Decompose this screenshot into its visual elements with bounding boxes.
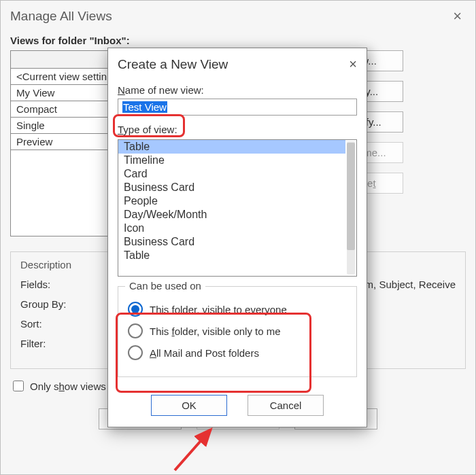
- groupby-label: Group By:: [20, 298, 82, 310]
- close-icon[interactable]: ×: [449, 7, 466, 25]
- type-item-icon[interactable]: Icon: [118, 222, 345, 235]
- radio-icon[interactable]: [128, 323, 143, 338]
- group-legend: Can be used on: [125, 280, 205, 292]
- create-view-titlebar: Create a New View ×: [108, 48, 367, 76]
- fields-label: Fields:: [20, 279, 82, 290]
- ok-button[interactable]: OK: [151, 395, 227, 416]
- type-item-timeline[interactable]: Timeline: [118, 154, 345, 167]
- scroll-thumb[interactable]: [347, 143, 355, 250]
- name-label: Name of new view:: [118, 84, 357, 96]
- name-input-value: Test View: [122, 101, 167, 113]
- manage-views-titlebar: Manage All Views ×: [1, 1, 475, 31]
- type-item-card[interactable]: Card: [118, 167, 345, 181]
- type-item-business-card[interactable]: Business Card: [118, 181, 345, 194]
- radio-this-folder-only-me[interactable]: This folder, visible only to me: [128, 323, 347, 338]
- type-listbox[interactable]: Table Timeline Card Business Card People…: [118, 139, 357, 277]
- type-item-day-week-month[interactable]: Day/Week/Month: [118, 208, 345, 222]
- radio-icon[interactable]: [128, 302, 143, 317]
- type-item-table[interactable]: Table: [118, 140, 345, 154]
- type-scrollbar[interactable]: [347, 141, 355, 275]
- manage-views-title: Manage All Views: [10, 9, 112, 24]
- radio-label: This folder, visible only to me: [150, 326, 281, 337]
- radio-icon[interactable]: [128, 345, 143, 360]
- type-item-people[interactable]: People: [118, 194, 345, 208]
- type-label: Type of view:: [118, 124, 357, 135]
- radio-this-folder-everyone[interactable]: This folder, visible to everyone: [128, 302, 347, 317]
- radio-label: All Mail and Post folders: [150, 347, 259, 359]
- close-icon[interactable]: ×: [349, 56, 357, 72]
- create-view-title: Create a New View: [118, 57, 228, 72]
- cancel-button[interactable]: Cancel: [248, 395, 324, 416]
- type-item-business-card-2[interactable]: Business Card: [118, 235, 345, 249]
- filter-label: Filter:: [20, 338, 82, 349]
- can-be-used-on-group: Can be used on This folder, visible to e…: [118, 286, 357, 377]
- sort-label: Sort:: [20, 318, 82, 330]
- radio-all-mail-post[interactable]: All Mail and Post folders: [128, 345, 347, 360]
- name-input[interactable]: Test View: [118, 99, 357, 116]
- views-for-label: Views for folder "Inbox":: [10, 35, 466, 46]
- type-item-table-2[interactable]: Table: [118, 249, 345, 262]
- radio-label: This folder, visible to everyone: [150, 304, 287, 315]
- fields-value-tail: m, Subject, Receive: [365, 279, 456, 290]
- only-show-checkbox[interactable]: [13, 381, 24, 391]
- create-view-footer: OK Cancel: [108, 387, 367, 427]
- create-view-dialog: Create a New View × Name of new view: Te…: [107, 48, 367, 427]
